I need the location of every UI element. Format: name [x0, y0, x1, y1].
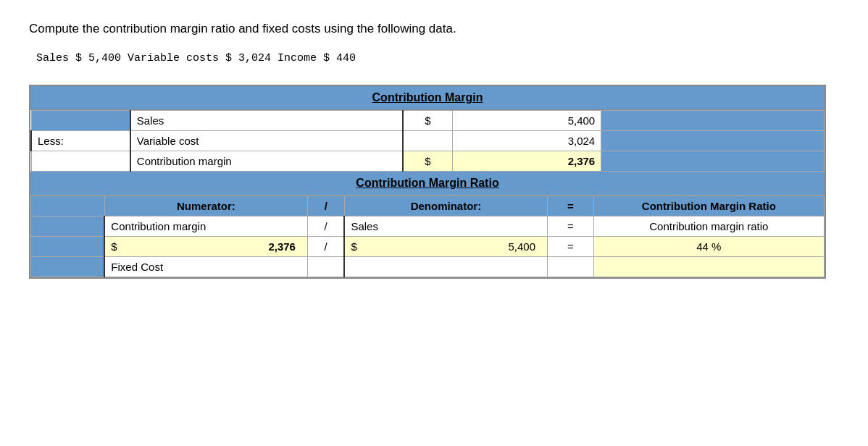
data-line: Sales $ 5,400 Variable costs $ 3,024 Inc…: [36, 52, 839, 64]
amount-cell: 5,400: [452, 111, 601, 131]
ratio-header: Contribution Margin Ratio: [593, 196, 824, 216]
dollar-cell: $: [403, 151, 452, 172]
fixed-cost-label: Fixed Cost: [104, 257, 307, 277]
table-row: Contribution margin $ 2,376: [31, 151, 825, 172]
ratio-number: 44: [696, 240, 709, 253]
numerator-label: Contribution margin: [104, 216, 307, 237]
label-cell: [31, 237, 105, 257]
num-dollar: $: [111, 240, 117, 253]
ratio-value-row: $ 2,376 / $ 5,400 = 44 %: [31, 237, 825, 257]
empty-cell: [601, 151, 825, 172]
fixed-cost-row: Fixed Cost: [31, 257, 825, 277]
label-cell: [31, 257, 105, 277]
slash-header: /: [307, 196, 344, 216]
contribution-margin-table: Sales $ 5,400 Less: Variable cost 3,024 …: [30, 110, 825, 172]
den-dollar: $: [351, 240, 356, 253]
dollar-cell: $: [403, 111, 452, 131]
den-empty: [344, 257, 547, 277]
equals-header: =: [548, 196, 594, 216]
ratio-empty: [593, 257, 824, 277]
ratio-label-row: Contribution margin / Sales = Contributi…: [31, 216, 825, 237]
den-amount: 5,400: [508, 240, 541, 253]
table-row: Less: Variable cost 3,024: [31, 131, 825, 151]
label-cell: [31, 196, 105, 216]
numerator-header: Numerator:: [104, 196, 307, 216]
denominator-label: Sales: [344, 216, 547, 237]
table-row: Sales $ 5,400: [31, 111, 825, 131]
desc-cell: Sales: [130, 111, 403, 131]
slash-cell: [307, 257, 344, 277]
contribution-margin-ratio-table: Numerator: / Denominator: = Contribution…: [30, 195, 825, 277]
ratio-label: Contribution margin ratio: [593, 216, 824, 237]
section2-header: Contribution Margin Ratio: [30, 172, 825, 195]
main-table-wrapper: Contribution Margin Sales $ 5,400 Less: …: [29, 85, 826, 279]
num-amount: 2,376: [268, 240, 301, 253]
desc-cell: Variable cost: [130, 131, 403, 151]
equals-cell: =: [548, 237, 594, 257]
empty-cell: [601, 131, 825, 151]
label-cell: [31, 111, 130, 131]
amount-cell: 3,024: [452, 131, 601, 151]
slash-cell: /: [307, 216, 344, 237]
desc-cell: Contribution margin: [130, 151, 403, 172]
amount-cell: 2,376: [452, 151, 601, 172]
dollar-cell: [403, 131, 452, 151]
label-cell: Less:: [31, 131, 130, 151]
section1-header: Contribution Margin: [30, 86, 825, 110]
label-cell: [31, 216, 105, 237]
ratio-pct: %: [711, 240, 721, 253]
slash-cell: /: [307, 237, 344, 257]
equals-cell: =: [548, 216, 594, 237]
denominator-header: Denominator:: [344, 196, 547, 216]
label-cell: [31, 151, 130, 172]
numerator-value: $ 2,376: [104, 237, 307, 257]
empty-cell: [601, 111, 825, 131]
equals-cell: [548, 257, 594, 277]
ratio-header-row: Numerator: / Denominator: = Contribution…: [31, 196, 825, 216]
question-text: Compute the contribution margin ratio an…: [29, 22, 839, 36]
denominator-value: $ 5,400: [344, 237, 547, 257]
ratio-value: 44 %: [593, 237, 824, 257]
